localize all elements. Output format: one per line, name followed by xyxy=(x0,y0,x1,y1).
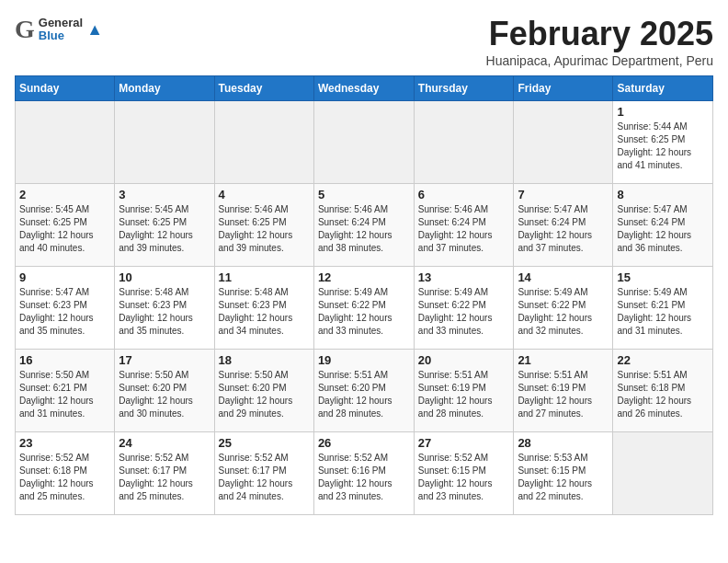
calendar-cell: 11Sunrise: 5:48 AM Sunset: 6:23 PM Dayli… xyxy=(214,267,313,350)
day-info: Sunrise: 5:45 AM Sunset: 6:25 PM Dayligh… xyxy=(19,203,110,255)
day-number: 6 xyxy=(418,188,510,201)
day-info: Sunrise: 5:52 AM Sunset: 6:17 PM Dayligh… xyxy=(119,452,210,503)
day-number: 8 xyxy=(617,188,709,201)
calendar-cell: 10Sunrise: 5:48 AM Sunset: 6:23 PM Dayli… xyxy=(115,267,214,350)
day-number: 21 xyxy=(518,353,609,367)
day-info: Sunrise: 5:52 AM Sunset: 6:18 PM Dayligh… xyxy=(19,452,110,503)
weekday-header-wednesday: Wednesday xyxy=(313,76,414,101)
day-info: Sunrise: 5:50 AM Sunset: 6:20 PM Dayligh… xyxy=(219,369,310,420)
day-number: 18 xyxy=(219,353,310,367)
day-number: 26 xyxy=(318,436,410,450)
day-info: Sunrise: 5:45 AM Sunset: 6:25 PM Dayligh… xyxy=(119,203,210,255)
day-info: Sunrise: 5:49 AM Sunset: 6:22 PM Dayligh… xyxy=(518,286,609,338)
day-info: Sunrise: 5:50 AM Sunset: 6:21 PM Dayligh… xyxy=(19,369,110,420)
calendar-cell: 21Sunrise: 5:51 AM Sunset: 6:19 PM Dayli… xyxy=(514,350,613,432)
title-area: February 2025 Huanipaca, Apurimac Depart… xyxy=(486,15,713,68)
calendar-cell xyxy=(16,101,115,184)
day-info: Sunrise: 5:49 AM Sunset: 6:22 PM Dayligh… xyxy=(318,286,410,338)
calendar-body: 1Sunrise: 5:44 AM Sunset: 6:25 PM Daylig… xyxy=(16,101,713,515)
location-subtitle: Huanipaca, Apurimac Department, Peru xyxy=(486,53,713,68)
day-info: Sunrise: 5:47 AM Sunset: 6:23 PM Dayligh… xyxy=(19,286,110,338)
logo-blue-text: Blue xyxy=(39,29,83,42)
day-number: 25 xyxy=(219,436,310,450)
day-info: Sunrise: 5:50 AM Sunset: 6:20 PM Dayligh… xyxy=(119,369,210,420)
calendar-week-2: 2Sunrise: 5:45 AM Sunset: 6:25 PM Daylig… xyxy=(16,184,713,267)
calendar-cell: 28Sunrise: 5:53 AM Sunset: 6:15 PM Dayli… xyxy=(514,432,613,515)
calendar-cell: 8Sunrise: 5:47 AM Sunset: 6:24 PM Daylig… xyxy=(613,184,713,267)
day-info: Sunrise: 5:46 AM Sunset: 6:25 PM Dayligh… xyxy=(219,203,310,255)
logo: G General Blue ▲ xyxy=(15,15,103,44)
calendar-week-3: 9Sunrise: 5:47 AM Sunset: 6:23 PM Daylig… xyxy=(16,267,713,350)
header: G General Blue ▲ February 2025 Huanipaca… xyxy=(15,15,713,68)
day-number: 12 xyxy=(318,270,410,284)
day-number: 4 xyxy=(219,188,310,201)
calendar-cell xyxy=(313,101,414,184)
calendar-cell: 9Sunrise: 5:47 AM Sunset: 6:23 PM Daylig… xyxy=(16,267,115,350)
calendar-header: SundayMondayTuesdayWednesdayThursdayFrid… xyxy=(16,76,713,101)
day-number: 17 xyxy=(119,353,210,367)
calendar-cell: 27Sunrise: 5:52 AM Sunset: 6:15 PM Dayli… xyxy=(414,432,514,515)
logo-bird-icon: ▲ xyxy=(86,20,103,40)
calendar-cell: 25Sunrise: 5:52 AM Sunset: 6:17 PM Dayli… xyxy=(214,432,313,515)
calendar-cell: 6Sunrise: 5:46 AM Sunset: 6:24 PM Daylig… xyxy=(414,184,514,267)
calendar-cell: 5Sunrise: 5:46 AM Sunset: 6:24 PM Daylig… xyxy=(313,184,414,267)
calendar-cell: 3Sunrise: 5:45 AM Sunset: 6:25 PM Daylig… xyxy=(115,184,214,267)
day-info: Sunrise: 5:47 AM Sunset: 6:24 PM Dayligh… xyxy=(518,203,609,255)
day-info: Sunrise: 5:44 AM Sunset: 6:25 PM Dayligh… xyxy=(617,121,709,172)
calendar-cell xyxy=(214,101,313,184)
logo-text-block: General Blue xyxy=(39,17,83,43)
calendar-cell: 26Sunrise: 5:52 AM Sunset: 6:16 PM Dayli… xyxy=(313,432,414,515)
calendar-cell: 2Sunrise: 5:45 AM Sunset: 6:25 PM Daylig… xyxy=(16,184,115,267)
calendar-cell xyxy=(414,101,514,184)
logo-g-letter: G xyxy=(15,15,35,44)
calendar-week-4: 16Sunrise: 5:50 AM Sunset: 6:21 PM Dayli… xyxy=(16,350,713,432)
calendar-cell: 7Sunrise: 5:47 AM Sunset: 6:24 PM Daylig… xyxy=(514,184,613,267)
day-info: Sunrise: 5:46 AM Sunset: 6:24 PM Dayligh… xyxy=(418,203,510,255)
calendar-cell: 23Sunrise: 5:52 AM Sunset: 6:18 PM Dayli… xyxy=(16,432,115,515)
calendar-cell: 24Sunrise: 5:52 AM Sunset: 6:17 PM Dayli… xyxy=(115,432,214,515)
day-info: Sunrise: 5:52 AM Sunset: 6:17 PM Dayligh… xyxy=(219,452,310,503)
day-info: Sunrise: 5:49 AM Sunset: 6:21 PM Dayligh… xyxy=(617,286,709,338)
calendar-cell xyxy=(613,432,713,515)
calendar-cell: 12Sunrise: 5:49 AM Sunset: 6:22 PM Dayli… xyxy=(313,267,414,350)
day-info: Sunrise: 5:52 AM Sunset: 6:16 PM Dayligh… xyxy=(318,452,410,503)
calendar-cell: 16Sunrise: 5:50 AM Sunset: 6:21 PM Dayli… xyxy=(16,350,115,432)
day-number: 14 xyxy=(518,270,609,284)
day-number: 13 xyxy=(418,270,510,284)
weekday-header-friday: Friday xyxy=(514,76,613,101)
day-number: 11 xyxy=(219,270,310,284)
day-info: Sunrise: 5:52 AM Sunset: 6:15 PM Dayligh… xyxy=(418,452,510,503)
calendar-cell: 1Sunrise: 5:44 AM Sunset: 6:25 PM Daylig… xyxy=(613,101,713,184)
day-number: 2 xyxy=(19,188,110,201)
calendar-cell xyxy=(115,101,214,184)
day-info: Sunrise: 5:49 AM Sunset: 6:22 PM Dayligh… xyxy=(418,286,510,338)
calendar-cell: 19Sunrise: 5:51 AM Sunset: 6:20 PM Dayli… xyxy=(313,350,414,432)
calendar-cell xyxy=(514,101,613,184)
day-info: Sunrise: 5:48 AM Sunset: 6:23 PM Dayligh… xyxy=(119,286,210,338)
day-info: Sunrise: 5:51 AM Sunset: 6:18 PM Dayligh… xyxy=(617,369,709,420)
calendar-cell: 20Sunrise: 5:51 AM Sunset: 6:19 PM Dayli… xyxy=(414,350,514,432)
calendar-cell: 22Sunrise: 5:51 AM Sunset: 6:18 PM Dayli… xyxy=(613,350,713,432)
calendar-table: SundayMondayTuesdayWednesdayThursdayFrid… xyxy=(15,75,713,515)
day-info: Sunrise: 5:46 AM Sunset: 6:24 PM Dayligh… xyxy=(318,203,410,255)
day-number: 5 xyxy=(318,188,410,201)
day-number: 24 xyxy=(119,436,210,450)
weekday-header-sunday: Sunday xyxy=(16,76,115,101)
day-number: 28 xyxy=(518,436,609,450)
day-info: Sunrise: 5:48 AM Sunset: 6:23 PM Dayligh… xyxy=(219,286,310,338)
weekday-header-thursday: Thursday xyxy=(414,76,514,101)
calendar-cell: 4Sunrise: 5:46 AM Sunset: 6:25 PM Daylig… xyxy=(214,184,313,267)
weekday-row: SundayMondayTuesdayWednesdayThursdayFrid… xyxy=(16,76,713,101)
calendar-cell: 18Sunrise: 5:50 AM Sunset: 6:20 PM Dayli… xyxy=(214,350,313,432)
day-info: Sunrise: 5:53 AM Sunset: 6:15 PM Dayligh… xyxy=(518,452,609,503)
day-number: 27 xyxy=(418,436,510,450)
weekday-header-monday: Monday xyxy=(115,76,214,101)
logo-general-text: General xyxy=(39,17,83,29)
day-number: 7 xyxy=(518,188,609,201)
calendar-cell: 15Sunrise: 5:49 AM Sunset: 6:21 PM Dayli… xyxy=(613,267,713,350)
day-number: 9 xyxy=(19,270,110,284)
day-number: 3 xyxy=(119,188,210,201)
calendar-cell: 17Sunrise: 5:50 AM Sunset: 6:20 PM Dayli… xyxy=(115,350,214,432)
day-info: Sunrise: 5:51 AM Sunset: 6:19 PM Dayligh… xyxy=(418,369,510,420)
weekday-header-saturday: Saturday xyxy=(613,76,713,101)
